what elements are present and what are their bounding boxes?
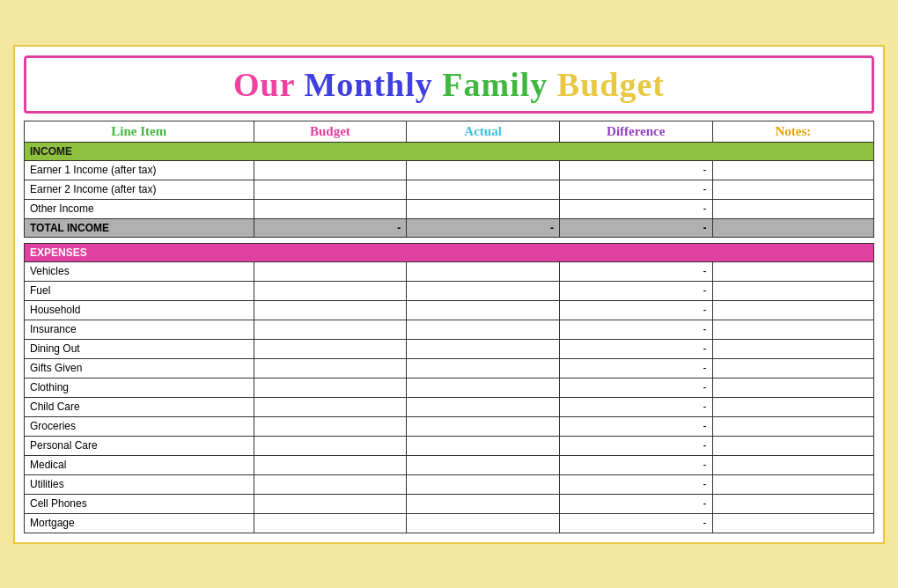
income-row-1-budget[interactable] <box>254 160 407 180</box>
expense-budget-groceries[interactable] <box>254 416 407 436</box>
income-row-2-actual[interactable] <box>407 180 560 199</box>
expense-budget-fuel[interactable] <box>254 281 407 300</box>
expense-notes-personalcare[interactable] <box>712 436 873 455</box>
income-row-3-actual[interactable] <box>407 199 560 218</box>
header-actual: Actual <box>407 121 560 142</box>
expense-budget-personalcare[interactable] <box>254 436 407 455</box>
expense-actual-dining[interactable] <box>407 339 560 358</box>
income-row-3-difference: - <box>559 199 712 218</box>
expense-budget-childcare[interactable] <box>254 397 407 416</box>
expense-actual-gifts[interactable] <box>407 358 560 378</box>
expense-row-clothing: Clothing - <box>25 378 874 397</box>
expense-row-personalcare: Personal Care - <box>25 436 874 455</box>
income-row-1: Earner 1 Income (after tax) - <box>25 160 874 180</box>
expense-row-dining: Dining Out - <box>25 339 874 358</box>
total-income-notes <box>712 218 873 237</box>
expense-notes-childcare[interactable] <box>712 397 873 416</box>
income-row-3: Other Income - <box>25 199 874 218</box>
expense-budget-mortgage[interactable] <box>254 513 407 533</box>
expense-diff-medical: - <box>559 455 712 474</box>
expenses-section-label: Expenses <box>25 243 874 261</box>
expense-notes-household[interactable] <box>712 300 873 320</box>
expense-notes-vehicles[interactable] <box>712 261 873 281</box>
expense-diff-cellphones: - <box>559 494 712 513</box>
expense-diff-dining: - <box>559 339 712 358</box>
expense-diff-vehicles: - <box>559 261 712 281</box>
expense-label-vehicles: Vehicles <box>25 261 254 281</box>
expense-actual-childcare[interactable] <box>407 397 560 416</box>
income-row-3-notes[interactable] <box>712 199 873 218</box>
expense-label-personalcare: Personal Care <box>25 436 254 455</box>
income-row-2-notes[interactable] <box>712 180 873 199</box>
income-row-1-notes[interactable] <box>712 160 873 180</box>
expense-notes-insurance[interactable] <box>712 320 873 339</box>
expense-notes-groceries[interactable] <box>712 416 873 436</box>
expense-notes-medical[interactable] <box>712 455 873 474</box>
expense-row-fuel: Fuel - <box>25 281 874 300</box>
expense-actual-cellphones[interactable] <box>407 494 560 513</box>
expense-actual-personalcare[interactable] <box>407 436 560 455</box>
expense-notes-clothing[interactable] <box>712 378 873 397</box>
title-budget: Budget <box>557 66 665 103</box>
expense-budget-dining[interactable] <box>254 339 407 358</box>
expense-notes-dining[interactable] <box>712 339 873 358</box>
title-family: Family <box>442 66 556 103</box>
expense-budget-household[interactable] <box>254 300 407 320</box>
expense-budget-utilities[interactable] <box>254 474 407 494</box>
expense-label-cellphones: Cell Phones <box>25 494 254 513</box>
expense-row-vehicles: Vehicles - <box>25 261 874 281</box>
expense-actual-groceries[interactable] <box>407 416 560 436</box>
expense-budget-gifts[interactable] <box>254 358 407 378</box>
expense-label-household: Household <box>25 300 254 320</box>
title-our: Our <box>233 66 304 103</box>
expense-diff-utilities: - <box>559 474 712 494</box>
expense-budget-clothing[interactable] <box>254 378 407 397</box>
income-row-2-budget[interactable] <box>254 180 407 199</box>
expense-actual-vehicles[interactable] <box>407 261 560 281</box>
expense-notes-mortgage[interactable] <box>712 513 873 533</box>
income-row-1-difference: - <box>559 160 712 180</box>
expense-actual-medical[interactable] <box>407 455 560 474</box>
expense-actual-fuel[interactable] <box>407 281 560 300</box>
total-income-actual: - <box>407 218 560 237</box>
expense-budget-insurance[interactable] <box>254 320 407 339</box>
income-row-2-label: Earner 2 Income (after tax) <box>25 180 254 199</box>
expense-notes-gifts[interactable] <box>712 358 873 378</box>
expense-budget-cellphones[interactable] <box>254 494 407 513</box>
expense-budget-medical[interactable] <box>254 455 407 474</box>
expense-row-gifts: Gifts Given - <box>25 358 874 378</box>
expense-actual-insurance[interactable] <box>407 320 560 339</box>
expense-notes-cellphones[interactable] <box>712 494 873 513</box>
expense-notes-utilities[interactable] <box>712 474 873 494</box>
expense-diff-clothing: - <box>559 378 712 397</box>
income-row-3-budget[interactable] <box>254 199 407 218</box>
expenses-section-header: Expenses <box>25 243 874 261</box>
expense-actual-mortgage[interactable] <box>407 513 560 533</box>
income-row-3-label: Other Income <box>25 199 254 218</box>
income-row-1-actual[interactable] <box>407 160 560 180</box>
expense-actual-household[interactable] <box>407 300 560 320</box>
expense-budget-vehicles[interactable] <box>254 261 407 281</box>
title-box: Our Monthly Family Budget <box>24 55 874 114</box>
table-header-row: Line Item Budget Actual Difference Notes… <box>25 121 874 142</box>
expense-label-groceries: Groceries <box>25 416 254 436</box>
title-monthly: Monthly <box>304 66 442 103</box>
expense-label-clothing: Clothing <box>25 378 254 397</box>
income-row-2-difference: - <box>559 180 712 199</box>
expense-label-gifts: Gifts Given <box>25 358 254 378</box>
expense-notes-fuel[interactable] <box>712 281 873 300</box>
page-wrapper: Our Monthly Family Budget Line Item Budg… <box>13 45 885 544</box>
total-income-label: Total Income <box>25 218 254 237</box>
expense-row-insurance: Insurance - <box>25 320 874 339</box>
expense-diff-fuel: - <box>559 281 712 300</box>
header-notes: Notes: <box>712 121 873 142</box>
total-income-difference: - <box>559 218 712 237</box>
expense-actual-utilities[interactable] <box>407 474 560 494</box>
income-row-2: Earner 2 Income (after tax) - <box>25 180 874 199</box>
expense-label-insurance: Insurance <box>25 320 254 339</box>
expense-actual-clothing[interactable] <box>407 378 560 397</box>
expense-row-groceries: Groceries - <box>25 416 874 436</box>
total-income-budget: - <box>254 218 407 237</box>
header-difference: Difference <box>559 121 712 142</box>
expense-diff-personalcare: - <box>559 436 712 455</box>
